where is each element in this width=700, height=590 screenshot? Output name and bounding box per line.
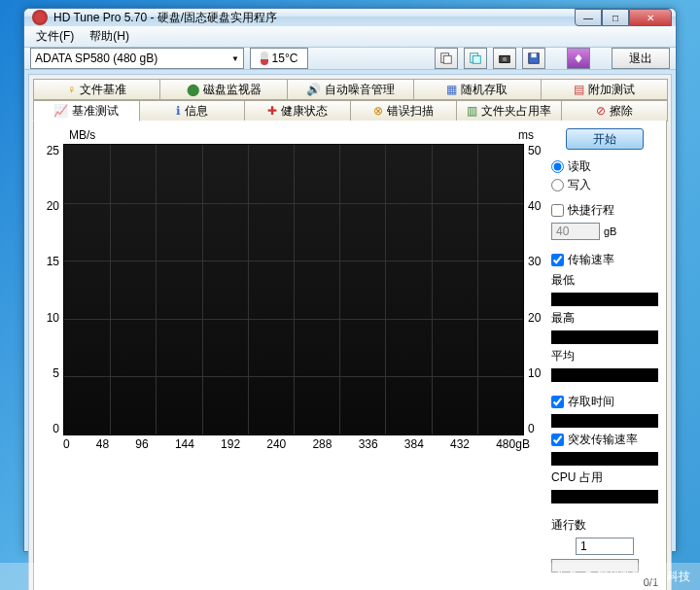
tab-disk-monitor[interactable]: ⬤磁盘监视器 bbox=[159, 79, 287, 100]
start-button[interactable]: 开始 bbox=[566, 128, 644, 150]
svg-rect-3 bbox=[472, 55, 480, 63]
burst-rate-value bbox=[551, 452, 658, 466]
write-radio[interactable] bbox=[551, 179, 564, 191]
content-area: ♀文件基准 ⬤磁盘监视器 🔊自动噪音管理 ▦随机存取 ▤附加测试 📈基准测试 ℹ… bbox=[28, 74, 672, 590]
tab-file-benchmark[interactable]: ♀文件基准 bbox=[33, 79, 160, 100]
passes-spinner[interactable]: 1 bbox=[576, 538, 634, 555]
transfer-rate-checkbox[interactable] bbox=[551, 254, 564, 266]
y-axis-right: 50 40 30 20 10 0 bbox=[524, 144, 543, 435]
app-window: HD Tune Pro 5.70 - 硬盘/固态硬盘实用程序 — □ ✕ 文件(… bbox=[23, 8, 677, 552]
tab-row-2: 📈基准测试 ℹ信息 ✚健康状态 ⊗错误扫描 ▥文件夹占用率 ⊘擦除 bbox=[33, 100, 667, 121]
menu-help[interactable]: 帮助(H) bbox=[82, 26, 137, 47]
maximize-button[interactable]: □ bbox=[602, 9, 629, 26]
burst-rate-checkbox[interactable] bbox=[551, 434, 564, 446]
chart-area: MB/s ms 25 20 15 10 5 0 bbox=[42, 128, 543, 588]
titlebar[interactable]: HD Tune Pro 5.70 - 硬盘/固态硬盘实用程序 — □ ✕ bbox=[24, 9, 676, 26]
read-radio[interactable] bbox=[551, 160, 564, 173]
tab-benchmark[interactable]: 📈基准测试 bbox=[33, 100, 140, 121]
y-left-unit: MB/s bbox=[69, 128, 95, 142]
drive-selected-text: ADATA SP580 (480 gB) bbox=[35, 52, 158, 65]
tab-health[interactable]: ✚健康状态 bbox=[244, 100, 351, 121]
maximum-value bbox=[551, 330, 658, 344]
window-controls: — □ ✕ bbox=[575, 9, 672, 26]
x-axis: 0 48 96 144 192 240 288 336 384 432 480g… bbox=[42, 435, 543, 451]
exit-button[interactable]: 退出 bbox=[612, 48, 670, 69]
toolbar: ADATA SP580 (480 gB) 15°C 退出 bbox=[24, 48, 676, 70]
maximum-label: 最高 bbox=[551, 310, 658, 327]
tab-folder-usage[interactable]: ▥文件夹占用率 bbox=[456, 100, 563, 121]
app-icon bbox=[32, 10, 48, 25]
access-time-value bbox=[551, 414, 658, 428]
svg-point-5 bbox=[503, 57, 507, 61]
svg-rect-7 bbox=[531, 53, 536, 57]
minimum-label: 最低 bbox=[551, 272, 658, 289]
svg-rect-1 bbox=[443, 55, 451, 63]
average-label: 平均 bbox=[551, 348, 658, 364]
temperature-display: 15°C bbox=[250, 48, 308, 69]
y-right-unit: ms bbox=[518, 128, 534, 142]
options-button[interactable] bbox=[567, 48, 590, 69]
tab-info[interactable]: ℹ信息 bbox=[139, 100, 246, 121]
tab-erase[interactable]: ⊘擦除 bbox=[561, 100, 668, 121]
desktop-watermark: 头条 @ 智祥数码电脑科技 bbox=[0, 563, 700, 590]
average-value bbox=[551, 368, 658, 382]
access-time-checkbox[interactable] bbox=[551, 396, 564, 408]
minimum-value bbox=[551, 293, 658, 306]
cpu-usage-value bbox=[551, 490, 658, 503]
y-axis-left: 25 20 15 10 5 0 bbox=[42, 144, 63, 435]
chart-plot bbox=[63, 144, 524, 435]
side-panel: 开始 读取 写入 快捷行程 40 gB 传输速率 最低 最高 平均 bbox=[551, 128, 658, 588]
temperature-value: 15°C bbox=[272, 52, 298, 65]
tab-extra-tests[interactable]: ▤附加测试 bbox=[541, 79, 668, 100]
copy-screenshot-button[interactable] bbox=[464, 48, 487, 69]
tab-row-1: ♀文件基准 ⬤磁盘监视器 🔊自动噪音管理 ▦随机存取 ▤附加测试 bbox=[33, 79, 667, 100]
cpu-usage-label: CPU 占用 bbox=[551, 469, 658, 486]
minimize-button[interactable]: — bbox=[575, 9, 602, 26]
passes-label: 通行数 bbox=[551, 517, 658, 534]
save-button[interactable] bbox=[522, 48, 545, 69]
menu-file[interactable]: 文件(F) bbox=[28, 26, 82, 47]
copy-info-button[interactable] bbox=[435, 48, 458, 69]
drive-selector[interactable]: ADATA SP580 (480 gB) bbox=[30, 48, 244, 69]
close-button[interactable]: ✕ bbox=[629, 9, 672, 26]
tab-aam[interactable]: 🔊自动噪音管理 bbox=[287, 79, 414, 100]
tab-random-access[interactable]: ▦随机存取 bbox=[413, 79, 541, 100]
short-stroke-unit: gB bbox=[604, 226, 616, 237]
tab-error-scan[interactable]: ⊗错误扫描 bbox=[350, 100, 457, 121]
thermometer-icon bbox=[261, 52, 268, 65]
short-stroke-spinner[interactable]: 40 bbox=[551, 223, 600, 240]
mode-radio-group: 读取 写入 bbox=[551, 154, 658, 198]
window-title: HD Tune Pro 5.70 - 硬盘/固态硬盘实用程序 bbox=[53, 10, 575, 26]
short-stroke-checkbox[interactable] bbox=[551, 204, 564, 217]
menubar: 文件(F) 帮助(H) bbox=[24, 26, 676, 48]
tab-content: MB/s ms 25 20 15 10 5 0 bbox=[33, 121, 667, 590]
screenshot-button[interactable] bbox=[493, 48, 516, 69]
